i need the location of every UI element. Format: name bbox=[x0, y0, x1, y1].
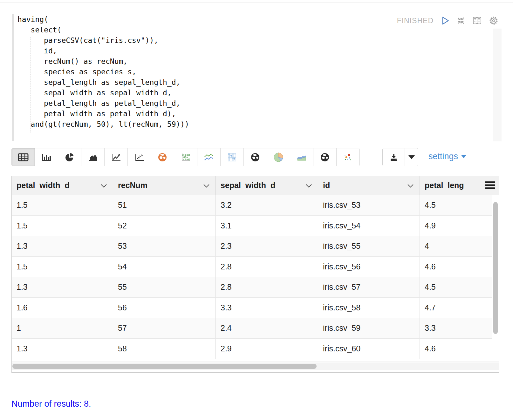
map-globe-orange-button[interactable] bbox=[151, 148, 174, 166]
table-cell: iris.csv_59 bbox=[318, 318, 420, 338]
download-button-group bbox=[382, 148, 418, 166]
hscroll-divider bbox=[12, 362, 499, 362]
download-icon bbox=[389, 153, 399, 162]
hscroll-area bbox=[12, 359, 499, 372]
stream-area-chart-button[interactable] bbox=[290, 148, 313, 166]
run-icon[interactable] bbox=[440, 16, 450, 25]
table-cell: iris.csv_60 bbox=[318, 339, 420, 359]
column-label: recNum bbox=[118, 181, 147, 190]
table-cell: 3.2 bbox=[216, 195, 318, 215]
table-cell: 51 bbox=[113, 195, 216, 215]
columns-menu-icon[interactable] bbox=[485, 181, 495, 183]
paragraph-controls: FINISHED bbox=[397, 16, 498, 25]
table-cell: 3.1 bbox=[216, 216, 318, 236]
column-header-id[interactable]: id bbox=[318, 176, 420, 195]
table-cell: 1.3 bbox=[12, 236, 113, 256]
table-chart-button[interactable] bbox=[12, 148, 35, 166]
table-body: 1.5513.2iris.csv_534.51.5523.1iris.csv_5… bbox=[12, 195, 492, 359]
table-cell: 1.6 bbox=[12, 298, 113, 318]
table-cell: 3.3 bbox=[420, 318, 492, 338]
column-label: petal_leng bbox=[425, 181, 464, 190]
sort-chevron-icon[interactable] bbox=[203, 181, 209, 187]
code-editor-panel: having( select( parseCSV(cat("iris.csv")… bbox=[12, 14, 502, 142]
table-cell: iris.csv_53 bbox=[318, 195, 420, 215]
table-cell: 4.6 bbox=[420, 339, 492, 359]
table-cell: 4.9 bbox=[420, 216, 492, 236]
table-cell: 57 bbox=[113, 318, 216, 338]
globe-dark-2-button[interactable] bbox=[313, 148, 337, 166]
table-cell: 54 bbox=[113, 257, 216, 277]
table-cell: 2.8 bbox=[216, 257, 318, 277]
line-chart-button[interactable] bbox=[105, 148, 128, 166]
editor-scrollbar-track[interactable] bbox=[493, 29, 502, 141]
table-row: 1.6563.3iris.csv_584.7 bbox=[12, 298, 492, 318]
multi-line-chart-button[interactable] bbox=[197, 148, 221, 166]
area-chart-button[interactable] bbox=[81, 148, 105, 166]
correlation-grid-chart-button[interactable] bbox=[221, 148, 244, 166]
table-cell: iris.csv_55 bbox=[318, 236, 420, 256]
table-row: 1572.4iris.csv_593.3 bbox=[12, 318, 492, 339]
code-text[interactable]: having( select( parseCSV(cat("iris.csv")… bbox=[17, 14, 189, 130]
vertical-scrollbar[interactable] bbox=[493, 202, 498, 334]
table-cell: 2.3 bbox=[216, 236, 318, 256]
sort-chevron-icon[interactable] bbox=[407, 181, 413, 187]
download-options-button[interactable] bbox=[405, 148, 418, 166]
table-cell: 55 bbox=[113, 277, 216, 297]
settings-link[interactable]: settings bbox=[428, 152, 467, 161]
table-cell: 1.3 bbox=[12, 277, 113, 297]
scatter-chart-color-button[interactable] bbox=[337, 148, 359, 166]
table-cell: 4 bbox=[420, 236, 492, 256]
table-cell: 4.5 bbox=[420, 195, 492, 215]
table-row: 1.5523.1iris.csv_544.9 bbox=[12, 216, 492, 236]
table-cell: 2.8 bbox=[216, 277, 318, 297]
download-button[interactable] bbox=[383, 148, 405, 166]
table-cell: 1 bbox=[12, 318, 113, 338]
table-cell: 53 bbox=[113, 236, 216, 256]
pie-chart-color-button[interactable] bbox=[267, 148, 290, 166]
column-label: petal_width_d bbox=[17, 181, 70, 190]
chart-type-toolbar bbox=[11, 148, 360, 166]
table-cell: 52 bbox=[113, 216, 216, 236]
table-cell: 4.5 bbox=[420, 277, 492, 297]
column-header-petal_leng[interactable]: petal_leng bbox=[420, 176, 499, 195]
gear-icon[interactable] bbox=[489, 16, 498, 25]
settings-label: settings bbox=[428, 152, 458, 161]
results-count-text: Number of results: 8. bbox=[11, 399, 91, 409]
table-cell: 2.9 bbox=[216, 339, 318, 359]
bubble-matrix-chart-button[interactable] bbox=[174, 148, 197, 166]
column-header-recNum[interactable]: recNum bbox=[113, 176, 216, 195]
column-label: sepal_width_d bbox=[221, 181, 275, 190]
editor-gutter bbox=[12, 14, 14, 141]
table-cell: 1.3 bbox=[12, 339, 113, 359]
table-cell: 4.6 bbox=[420, 257, 492, 277]
table-cell: 2.4 bbox=[216, 318, 318, 338]
scatter-chart-button[interactable] bbox=[128, 148, 151, 166]
table-cell: 58 bbox=[113, 339, 216, 359]
sort-chevron-icon[interactable] bbox=[306, 181, 311, 187]
book-icon[interactable] bbox=[472, 16, 482, 25]
sort-chevron-icon[interactable] bbox=[101, 181, 106, 187]
caret-down-icon bbox=[408, 155, 415, 159]
table-cell: 1.5 bbox=[12, 216, 113, 236]
paragraph-divider bbox=[0, 3, 513, 3]
globe-dark-1-button[interactable] bbox=[244, 148, 267, 166]
table-row: 1.5542.8iris.csv_564.6 bbox=[12, 257, 492, 277]
pie-chart-button[interactable] bbox=[58, 148, 81, 166]
bar-chart-button[interactable] bbox=[35, 148, 58, 166]
column-header-sepal_width_d[interactable]: sepal_width_d bbox=[216, 176, 318, 195]
results-table: petal_width_drecNumsepal_width_didpetal_… bbox=[11, 176, 499, 373]
table-cell: iris.csv_56 bbox=[318, 257, 420, 277]
settings-caret-icon bbox=[461, 155, 467, 158]
table-cell: iris.csv_54 bbox=[318, 216, 420, 236]
column-header-petal_width_d[interactable]: petal_width_d bbox=[12, 176, 113, 195]
collapse-icon[interactable] bbox=[456, 16, 465, 25]
horizontal-scrollbar[interactable] bbox=[12, 364, 317, 369]
table-cell: iris.csv_58 bbox=[318, 298, 420, 318]
table-row: 1.3552.8iris.csv_574.5 bbox=[12, 277, 492, 298]
table-row: 1.3582.9iris.csv_604.6 bbox=[12, 339, 492, 359]
column-label: id bbox=[323, 181, 330, 190]
table-cell: 1.5 bbox=[12, 195, 113, 215]
table-cell: 1.5 bbox=[12, 257, 113, 277]
table-cell: iris.csv_57 bbox=[318, 277, 420, 297]
table-cell: 3.3 bbox=[216, 298, 318, 318]
